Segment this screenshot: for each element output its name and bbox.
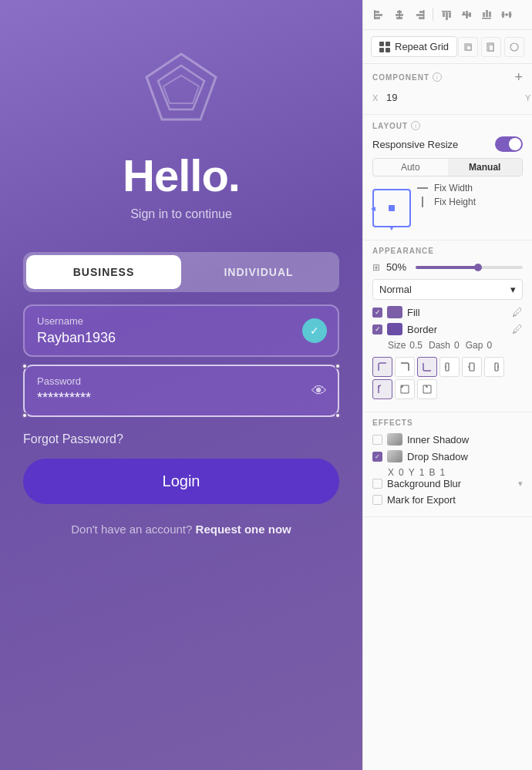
align-middle-icon[interactable] bbox=[458, 6, 475, 23]
blend-mode-value: Normal bbox=[379, 284, 412, 295]
distribute-icon[interactable] bbox=[498, 6, 515, 23]
align-top-icon[interactable] bbox=[438, 6, 455, 23]
account-type-toggle[interactable]: BUSINESS INDIVIDUAL bbox=[23, 252, 339, 292]
svg-rect-14 bbox=[443, 12, 445, 17]
edge-align-right-icon[interactable] bbox=[484, 357, 504, 377]
effects-section-title: EFFECTS bbox=[372, 419, 413, 427]
blend-mode-chevron-icon: ▾ bbox=[510, 284, 516, 295]
border-gap-label: Gap bbox=[466, 340, 483, 351]
bg-blur-checkbox[interactable] bbox=[372, 479, 382, 489]
drop-shadow-checkbox[interactable]: ✓ bbox=[372, 452, 382, 462]
align-divider bbox=[433, 8, 433, 21]
drop-shadow-swatch[interactable] bbox=[387, 450, 402, 462]
fix-height-icon bbox=[422, 197, 423, 207]
fill-color-swatch[interactable] bbox=[387, 306, 402, 318]
svg-rect-11 bbox=[416, 14, 424, 16]
fix-width-icon bbox=[417, 187, 428, 189]
edge-align-left-icon[interactable] bbox=[439, 357, 460, 377]
align-bottom-icon[interactable] bbox=[478, 6, 495, 23]
login-button[interactable]: Login bbox=[23, 459, 339, 504]
opacity-icon: ⊞ bbox=[372, 262, 380, 273]
border-dash-label: Dash bbox=[429, 340, 450, 351]
forgot-password-link[interactable]: Forgot Password? bbox=[23, 432, 339, 446]
corner-outer-icon[interactable] bbox=[395, 379, 415, 399]
svg-rect-5 bbox=[374, 10, 375, 19]
layout-section-title: LAYOUT bbox=[372, 122, 408, 130]
corner-bottom-left-icon[interactable] bbox=[417, 357, 437, 377]
repeat-grid-button[interactable]: Repeat Grid bbox=[371, 36, 457, 57]
username-value: Rayban1936 bbox=[37, 330, 325, 346]
request-link[interactable]: Request one now bbox=[196, 523, 291, 536]
shadow-b-label: B bbox=[429, 467, 435, 478]
layout-diagram: ◄ ▼ bbox=[372, 189, 411, 227]
mark-export-row: Mark for Export bbox=[372, 494, 523, 506]
effects-section: EFFECTS Inner Shadow ✓ Drop Shadow X 0 Y… bbox=[363, 412, 532, 517]
inner-shadow-label: Inner Shadow bbox=[407, 434, 523, 446]
corner-inner-icon[interactable] bbox=[417, 379, 437, 399]
bg-blur-chevron-icon[interactable]: ▾ bbox=[518, 479, 523, 489]
component-add-button[interactable]: + bbox=[514, 70, 523, 84]
opacity-thumb[interactable] bbox=[474, 264, 482, 271]
signin-subtext: Sign in to continue bbox=[130, 207, 232, 221]
username-input-group[interactable]: Username Rayban1936 ✓ bbox=[23, 304, 339, 357]
align-left-icon[interactable] bbox=[371, 6, 388, 23]
border-size-label: Size bbox=[388, 340, 406, 351]
border-checkbox[interactable]: ✓ bbox=[372, 324, 382, 335]
shadow-x-value: 0 bbox=[399, 467, 404, 478]
manual-mode-tab[interactable]: Manual bbox=[448, 159, 523, 176]
svg-rect-16 bbox=[449, 12, 451, 18]
corner-top-right-icon[interactable] bbox=[395, 357, 415, 377]
inner-shadow-checkbox[interactable] bbox=[372, 435, 382, 445]
component-info-icon[interactable]: i bbox=[433, 72, 442, 82]
resize-handle-tl[interactable] bbox=[22, 363, 28, 369]
responsive-resize-label: Responsive Resize bbox=[372, 139, 458, 150]
border-gap-value: 0 bbox=[487, 340, 492, 351]
blend-mode-select[interactable]: Normal ▾ bbox=[372, 279, 523, 300]
edge-align-center-icon[interactable] bbox=[462, 357, 482, 377]
paste-icon[interactable] bbox=[481, 37, 501, 57]
layout-fix-row: ◄ ▼ Fix Width Fix Height bbox=[372, 183, 523, 234]
password-input-group[interactable]: Password ********** 👁 bbox=[23, 365, 339, 417]
border-eyedropper-icon[interactable]: 🖊 bbox=[512, 323, 523, 335]
business-tab[interactable]: BUSINESS bbox=[26, 255, 181, 289]
fill-label: Fill bbox=[407, 307, 507, 318]
border-dash-value: 0 bbox=[454, 340, 460, 351]
align-toolbar-top bbox=[363, 0, 532, 30]
resize-handle-bl[interactable] bbox=[22, 412, 28, 419]
fix-width-label: Fix Width bbox=[434, 183, 473, 193]
border-size-value: 0.5 bbox=[409, 340, 423, 351]
corner-top-left-icon[interactable] bbox=[372, 357, 392, 377]
responsive-resize-toggle[interactable] bbox=[495, 136, 523, 152]
bg-blur-label: Background Blur bbox=[387, 478, 513, 489]
mark-export-checkbox[interactable] bbox=[372, 495, 382, 505]
svg-rect-12 bbox=[419, 17, 424, 19]
align-center-icon[interactable] bbox=[391, 6, 408, 23]
inner-shadow-swatch[interactable] bbox=[387, 433, 402, 446]
opacity-slider[interactable] bbox=[416, 266, 523, 269]
svg-rect-15 bbox=[446, 12, 448, 20]
x-input[interactable] bbox=[383, 90, 519, 105]
appearance-section: APPEARANCE ⊞ 50% Normal ▾ ✓ Fill 🖊 bbox=[363, 240, 532, 412]
corner-all-icon[interactable] bbox=[372, 379, 392, 399]
resize-handle-tr[interactable] bbox=[335, 363, 341, 369]
repeat-grid-row: Repeat Grid bbox=[363, 30, 532, 64]
border-label: Border bbox=[407, 324, 507, 335]
fill-eyedropper-icon[interactable]: 🖊 bbox=[512, 306, 523, 318]
resize-handle-br[interactable] bbox=[335, 412, 341, 419]
copy-icon[interactable] bbox=[458, 37, 478, 57]
border-row: ✓ Border 🖊 bbox=[372, 323, 523, 335]
border-color-swatch[interactable] bbox=[387, 323, 402, 335]
component-section-title: COMPONENT bbox=[372, 73, 429, 82]
corner-icons-row1 bbox=[372, 357, 523, 377]
individual-tab[interactable]: INDIVIDUAL bbox=[181, 255, 336, 289]
layout-info-icon[interactable]: i bbox=[411, 121, 420, 130]
svg-rect-4 bbox=[375, 17, 380, 19]
align-right-icon[interactable] bbox=[411, 6, 428, 23]
paste-style-icon[interactable] bbox=[504, 37, 524, 57]
svg-rect-33 bbox=[489, 45, 493, 51]
svg-rect-17 bbox=[442, 11, 451, 12]
auto-mode-tab[interactable]: Auto bbox=[373, 159, 448, 176]
fill-checkbox[interactable]: ✓ bbox=[372, 308, 382, 318]
password-eye-icon[interactable]: 👁 bbox=[311, 382, 327, 400]
border-size-row: Size 0.5 Dash 0 Gap 0 bbox=[372, 340, 523, 351]
